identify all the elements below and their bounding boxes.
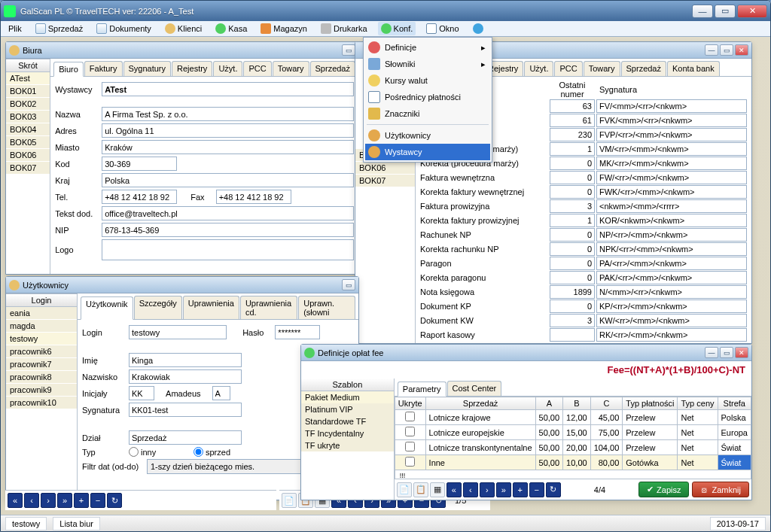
fee-hidden-check[interactable]: [405, 457, 415, 467]
menu-magazyn[interactable]: Magazyn: [258, 22, 310, 35]
sygnatura-num[interactable]: [550, 271, 595, 284]
sygnatura-num[interactable]: [550, 171, 595, 184]
user-tab[interactable]: Uprawnienia: [183, 296, 239, 319]
nav-add[interactable]: +: [74, 493, 89, 508]
fee-export[interactable]: ▦: [430, 482, 445, 497]
user-row[interactable]: eania: [6, 307, 77, 320]
user-row[interactable]: pracownik6: [6, 345, 77, 358]
col-c[interactable]: C: [590, 397, 623, 410]
konf-kursy[interactable]: Kursy walut: [365, 72, 490, 89]
tool-copy[interactable]: 📄: [282, 493, 297, 508]
user-tab[interactable]: Użytkownik: [81, 296, 133, 320]
field-wystawcy[interactable]: [102, 82, 354, 96]
biura2-row[interactable]: BOK06: [355, 162, 415, 175]
fee-last[interactable]: »: [496, 482, 511, 497]
col-sprzedaz[interactable]: Sprzedaż: [425, 397, 535, 410]
menu-okno[interactable]: Okno: [423, 22, 462, 35]
field-inicjaly[interactable]: [129, 386, 154, 400]
biura-tab[interactable]: Biuro: [53, 62, 84, 77]
sygnatura-num[interactable]: [550, 314, 595, 327]
col-ukryte[interactable]: Ukryte: [395, 397, 425, 410]
fee-paste[interactable]: 📋: [413, 482, 428, 497]
field-tekst[interactable]: [102, 206, 354, 220]
biura-row[interactable]: BOK01: [6, 85, 50, 98]
sygnatura-val[interactable]: [596, 114, 747, 127]
fee-save-button[interactable]: ✔ Zapisz: [638, 482, 689, 497]
field-nazwa[interactable]: [102, 107, 354, 121]
field-nazwisko[interactable]: [129, 369, 242, 384]
user-row[interactable]: magda: [6, 320, 77, 333]
field-kod[interactable]: [102, 157, 177, 171]
fee-tab[interactable]: Cost Center: [447, 381, 502, 396]
sygnatura-val[interactable]: [596, 99, 747, 113]
col-strefa[interactable]: Strefa: [718, 397, 751, 410]
maximize-button[interactable]: ▭: [715, 5, 736, 18]
field-miasto[interactable]: [102, 140, 354, 154]
konf-posrednicy[interactable]: Pośrednicy płatności: [365, 89, 490, 105]
fee-first[interactable]: «: [446, 482, 462, 497]
szablon-row[interactable]: Standardowe TF: [301, 415, 394, 427]
sygnatura-val[interactable]: [596, 185, 747, 199]
sygnatura-num[interactable]: [550, 185, 595, 199]
fee-del[interactable]: −: [529, 482, 544, 497]
biura-row[interactable]: BOK02: [6, 98, 50, 111]
nav-del[interactable]: −: [90, 493, 105, 508]
user-row[interactable]: pracownik10: [6, 397, 77, 409]
sygnatura-val[interactable]: [596, 242, 747, 256]
user-tab[interactable]: Uprawn. (słowni: [298, 296, 355, 319]
biura-row[interactable]: ATest: [6, 72, 50, 85]
sygnatura-val[interactable]: [596, 271, 747, 284]
nav-prev[interactable]: ‹: [24, 493, 39, 508]
konf-znaczniki[interactable]: Znaczniki: [365, 105, 490, 122]
user-row[interactable]: pracownik8: [6, 371, 77, 384]
szablon-row[interactable]: Pakiet Medium: [301, 391, 394, 403]
szablon-row[interactable]: TF ukryte: [301, 439, 394, 451]
fee-refresh[interactable]: ↻: [546, 482, 561, 497]
field-adres[interactable]: [102, 123, 354, 138]
fee-maximize[interactable]: ▭: [720, 347, 733, 358]
sygnatura-val[interactable]: [596, 285, 747, 299]
konf-wystawcy[interactable]: Wystawcy: [365, 144, 490, 160]
col-b[interactable]: B: [563, 397, 591, 410]
sygnatura-num[interactable]: [550, 214, 595, 227]
field-tel[interactable]: [102, 190, 177, 204]
sygnatura-val[interactable]: [596, 214, 747, 227]
fee-hidden-check[interactable]: [405, 412, 415, 421]
field-fax[interactable]: [216, 190, 291, 204]
sygnatura-val[interactable]: [596, 314, 747, 327]
biura2-maximize[interactable]: ▭: [720, 44, 733, 56]
fee-prev[interactable]: ‹: [463, 482, 478, 497]
close-button[interactable]: ✕: [737, 5, 767, 18]
user-row[interactable]: testowy: [6, 333, 77, 345]
col-cena[interactable]: Typ ceny: [678, 397, 718, 410]
sygnatura-num[interactable]: [550, 228, 595, 242]
field-amadeus[interactable]: [212, 386, 230, 400]
fee-next[interactable]: ›: [480, 482, 495, 497]
biura-tab[interactable]: Rejestry: [172, 61, 212, 76]
menu-kasa[interactable]: Kasa: [212, 22, 250, 35]
szablon-row[interactable]: Platinum VIP: [301, 403, 394, 415]
user-row[interactable]: pracownik9: [6, 384, 77, 397]
biura2-row[interactable]: BOK07: [355, 175, 415, 187]
biura2-minimize[interactable]: —: [705, 44, 718, 56]
fee-close[interactable]: ✕: [735, 347, 748, 358]
field-haslo[interactable]: [275, 325, 320, 339]
fee-hidden-check[interactable]: [405, 427, 415, 436]
nav-refresh[interactable]: ↻: [107, 493, 122, 508]
user-tab[interactable]: Szczegóły: [134, 296, 182, 319]
fee-row[interactable]: Inne50,0010,0080,00GotówkaNetŚwiat: [395, 455, 751, 470]
szablon-row[interactable]: TF Incydentalny: [301, 427, 394, 439]
sygnatura-num[interactable]: [550, 199, 595, 213]
col-a[interactable]: A: [535, 397, 563, 410]
menu-sprzedaz[interactable]: Sprzedaż: [32, 22, 86, 35]
fee-copy[interactable]: 📄: [397, 482, 412, 497]
biura-row[interactable]: BOK03: [6, 111, 50, 123]
sygnatura-val[interactable]: [596, 228, 747, 242]
field-login[interactable]: [129, 325, 227, 339]
field-dzial[interactable]: [129, 430, 242, 445]
sygnatura-num[interactable]: [550, 242, 595, 256]
sygnatura-num[interactable]: [550, 328, 595, 342]
sygnatura-num[interactable]: [550, 299, 595, 313]
biura2-close[interactable]: ✕: [735, 44, 748, 56]
fee-minimize[interactable]: —: [705, 347, 718, 358]
